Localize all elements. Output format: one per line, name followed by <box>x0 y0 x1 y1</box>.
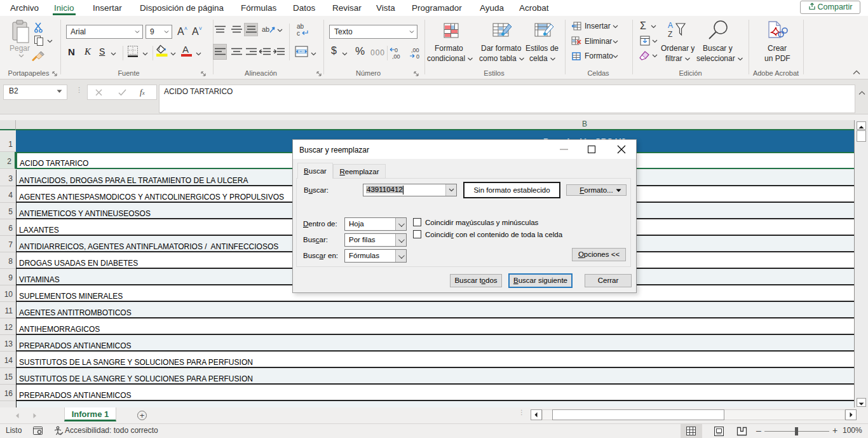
svg-text:,00: ,00 <box>392 53 400 59</box>
svg-text:ab: ab <box>297 23 304 30</box>
svg-text:0: 0 <box>395 47 398 53</box>
svg-text:c: c <box>297 30 300 37</box>
svg-text:,00: ,00 <box>411 47 419 53</box>
svg-text:A: A <box>668 21 673 30</box>
svg-text:0: 0 <box>416 53 419 59</box>
svg-text:ab: ab <box>262 25 269 33</box>
svg-text:Z: Z <box>668 30 672 39</box>
